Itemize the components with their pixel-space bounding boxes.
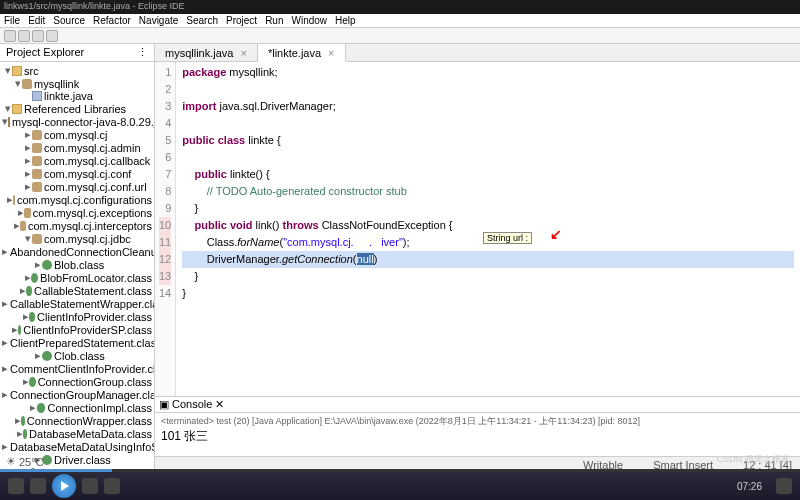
line-gutter: 1234567891011121314 xyxy=(155,62,176,396)
tree-item[interactable]: ▸com.mysql.cj.callback xyxy=(0,154,154,167)
menu-help[interactable]: Help xyxy=(335,15,356,26)
editor-tab[interactable]: mysqllink.java× xyxy=(155,44,258,61)
menu-refactor[interactable]: Refactor xyxy=(93,15,131,26)
watermark: CSDN @简之根寒 xyxy=(717,453,790,466)
play-button[interactable] xyxy=(52,474,76,498)
tree-item[interactable]: ▸CallableStatementWrapper.class xyxy=(0,297,154,310)
tree-item[interactable]: ▾mysql-connector-java-8.0.29.jar xyxy=(0,115,154,128)
menubar: FileEditSourceRefactorNavigateSearchProj… xyxy=(0,14,800,28)
tree-item[interactable]: ▾src xyxy=(0,64,154,77)
tree-item[interactable]: ▸ConnectionWrapper.class xyxy=(0,414,154,427)
menu-run[interactable]: Run xyxy=(265,15,283,26)
tree-item[interactable]: ▸BlobFromLocator.class xyxy=(0,271,154,284)
menu-file[interactable]: File xyxy=(4,15,20,26)
menu-window[interactable]: Window xyxy=(291,15,327,26)
player-time: 07:26 xyxy=(737,481,762,492)
run-icon[interactable] xyxy=(46,30,58,42)
tree-item[interactable]: ▸DatabaseMetaDataUsingInfoSch xyxy=(0,440,154,453)
close-icon[interactable]: × xyxy=(240,47,246,59)
tree-item[interactable]: ▸CommentClientInfoProvider.class xyxy=(0,362,154,375)
console-header: <terminated> test (20) [Java Application… xyxy=(161,415,794,428)
tree-item[interactable]: ▸com.mysql.cj.conf.url xyxy=(0,180,154,193)
sidebar-menu-icon[interactable]: ⋮ xyxy=(137,46,148,59)
console-tab[interactable]: ▣ Console ✕ xyxy=(159,398,224,411)
tree-item[interactable]: ▸com.mysql.cj.exceptions xyxy=(0,206,154,219)
tree-item[interactable]: ▸Clob.class xyxy=(0,349,154,362)
sidebar-title: Project Explorer xyxy=(6,46,84,59)
param-tooltip: String url : xyxy=(483,232,532,244)
tree-item[interactable]: ▸CallableStatement.class xyxy=(0,284,154,297)
tree-item[interactable]: ▾Referenced Libraries xyxy=(0,102,154,115)
menu-navigate[interactable]: Navigate xyxy=(139,15,178,26)
editor-tab[interactable]: *linkte.java× xyxy=(258,44,346,62)
tree-item[interactable]: ▸com.mysql.cj.conf xyxy=(0,167,154,180)
console-output: 101 张三 xyxy=(161,428,794,445)
fullscreen-button[interactable] xyxy=(776,478,792,494)
tree-item[interactable]: ▾com.mysql.cj.jdbc xyxy=(0,232,154,245)
tree-item[interactable]: linkte.java xyxy=(0,90,154,102)
tree-item[interactable]: ▸ClientInfoProvider.class xyxy=(0,310,154,323)
new-icon[interactable] xyxy=(4,30,16,42)
video-player-bar: 07:26 xyxy=(0,472,800,500)
next-button[interactable] xyxy=(82,478,98,494)
menu-search[interactable]: Search xyxy=(186,15,218,26)
weather-widget: ☀ 25°C xyxy=(6,455,44,468)
save-icon[interactable] xyxy=(18,30,30,42)
toolbar xyxy=(0,28,800,44)
project-tree: ▾src▾mysqllink linkte.java▾Referenced Li… xyxy=(0,62,154,472)
menu-project[interactable]: Project xyxy=(226,15,257,26)
weather-icon: ☀ xyxy=(6,455,16,468)
tree-item[interactable]: ▾mysqllink xyxy=(0,77,154,90)
volume-button[interactable] xyxy=(104,478,120,494)
code-lines[interactable]: package mysqllink;import java.sql.Driver… xyxy=(176,62,800,396)
tree-item[interactable]: ▸ConnectionGroup.class xyxy=(0,375,154,388)
window-titlebar: linkws1/src/mysqllink/linkte.java - Ecli… xyxy=(0,0,800,14)
editor-tabs: mysqllink.java×*linkte.java× xyxy=(155,44,800,62)
tree-item[interactable]: ▸DatabaseMetaData.class xyxy=(0,427,154,440)
tree-item[interactable]: ▸ConnectionGroupManager.class xyxy=(0,388,154,401)
tree-item[interactable]: ▸AbandonedConnectionCleanupT xyxy=(0,245,154,258)
project-explorer: Project Explorer ⋮ ▾src▾mysqllink linkte… xyxy=(0,44,155,472)
tree-item[interactable]: ▸com.mysql.cj.interceptors xyxy=(0,219,154,232)
code-editor[interactable]: 1234567891011121314 package mysqllink;im… xyxy=(155,62,800,396)
stop-button[interactable] xyxy=(8,478,24,494)
menu-source[interactable]: Source xyxy=(53,15,85,26)
debug-icon[interactable] xyxy=(32,30,44,42)
tree-item[interactable]: ▸com.mysql.cj.configurations xyxy=(0,193,154,206)
tree-item[interactable]: ▸ConnectionImpl.class xyxy=(0,401,154,414)
tree-item[interactable]: ▸Blob.class xyxy=(0,258,154,271)
prev-button[interactable] xyxy=(30,478,46,494)
tree-item[interactable]: ▸ClientPreparedStatement.class xyxy=(0,336,154,349)
tree-item[interactable]: ▸com.mysql.cj xyxy=(0,128,154,141)
close-icon[interactable]: × xyxy=(328,47,334,59)
menu-edit[interactable]: Edit xyxy=(28,15,45,26)
tree-item[interactable]: ▸com.mysql.cj.admin xyxy=(0,141,154,154)
tree-item[interactable]: ▸ClientInfoProviderSP.class xyxy=(0,323,154,336)
annotation-arrow: ↙ xyxy=(550,226,562,242)
progress-fill[interactable] xyxy=(0,469,112,472)
